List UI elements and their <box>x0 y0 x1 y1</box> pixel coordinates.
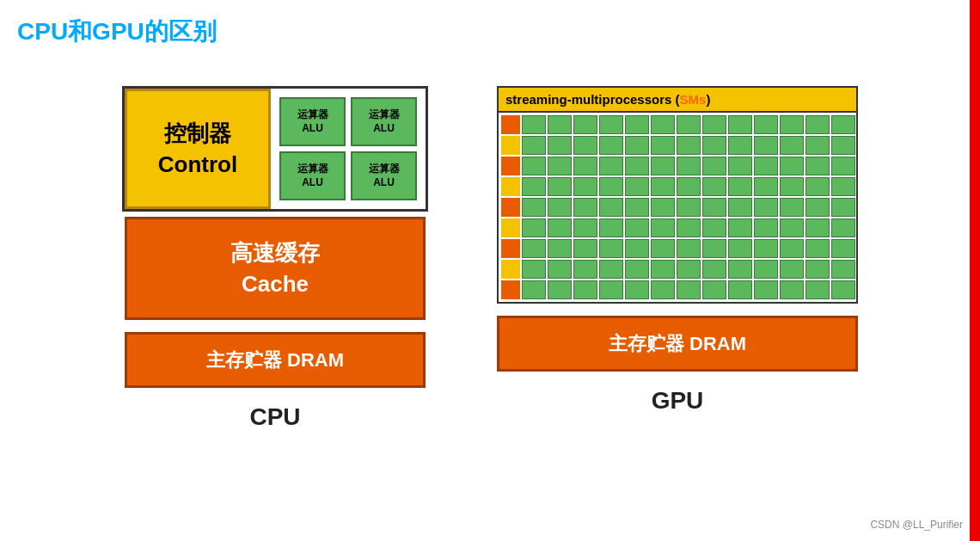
gpu-cell <box>780 136 804 155</box>
gpu-row <box>501 198 854 217</box>
cpu-control-en: Control <box>158 149 237 180</box>
alu-cn: 运算器 <box>369 163 400 176</box>
gpu-cell <box>651 239 675 258</box>
gpu-cell <box>728 239 752 258</box>
gpu-row <box>501 115 854 134</box>
gpu-label: GPU <box>652 387 704 415</box>
cpu-control-block: 控制器 Control <box>125 89 271 209</box>
gpu-cell <box>599 280 623 299</box>
gpu-cell <box>728 157 752 175</box>
gpu-cell <box>677 136 701 155</box>
gpu-cell <box>651 115 675 134</box>
gpu-cell <box>754 198 778 217</box>
alu-cn: 运算器 <box>297 163 328 176</box>
gpu-cell <box>625 136 649 155</box>
alu-box: 运算器ALU <box>279 97 346 146</box>
gpu-row-indicator <box>501 280 520 299</box>
gpu-cell <box>625 260 649 279</box>
gpu-cell <box>780 198 804 217</box>
gpu-cell <box>522 177 546 196</box>
gpu-cell <box>702 198 726 217</box>
gpu-cell <box>780 260 804 279</box>
gpu-cells <box>522 157 855 175</box>
gpu-cell <box>780 218 804 237</box>
gpu-cell <box>625 157 649 175</box>
cpu-alus-grid: 运算器ALU运算器ALU运算器ALU运算器ALU <box>271 89 426 209</box>
gpu-cells <box>522 260 855 279</box>
gpu-cell <box>548 136 572 155</box>
gpu-cell <box>651 280 675 299</box>
gpu-row-indicator <box>501 157 520 175</box>
gpu-cell <box>573 157 597 175</box>
gpu-cells <box>522 136 855 155</box>
gpu-cell <box>831 157 855 175</box>
cpu-dram-label: 主存贮器 DRAM <box>206 347 344 373</box>
gpu-cell <box>599 177 623 196</box>
gpu-cell <box>599 239 623 258</box>
gpu-cells <box>522 218 855 237</box>
gpu-cell <box>728 136 752 155</box>
gpu-cell <box>831 218 855 237</box>
gpu-row <box>501 218 854 237</box>
gpu-cell <box>548 280 572 299</box>
cpu-cache-cn: 高速缓存 <box>230 237 320 268</box>
watermark: CSDN @LL_Purifier <box>870 519 963 531</box>
cpu-dram-block: 主存贮器 DRAM <box>125 332 426 388</box>
gpu-cell <box>573 218 597 237</box>
gpu-cell <box>831 177 855 196</box>
gpu-row-indicator <box>501 260 520 279</box>
gpu-cell <box>677 177 701 196</box>
cpu-top-section: 控制器 Control 运算器ALU运算器ALU运算器ALU运算器ALU <box>122 86 428 212</box>
gpu-cell <box>780 115 804 134</box>
cpu-cache-en: Cache <box>242 268 309 299</box>
gpu-cell <box>625 177 649 196</box>
gpu-cell <box>702 157 726 175</box>
gpu-cell <box>805 218 830 237</box>
gpu-cell <box>599 157 623 175</box>
gpu-sm-header: streaming-multiprocessors (SMs) <box>499 88 856 113</box>
gpu-cell <box>831 115 855 134</box>
gpu-cell <box>573 198 597 217</box>
gpu-cell <box>548 115 572 134</box>
gpu-cell <box>548 198 572 217</box>
alu-en: ALU <box>373 122 395 136</box>
gpu-cell <box>677 157 701 175</box>
gpu-row <box>501 177 854 196</box>
gpu-cell <box>831 239 855 258</box>
gpu-row-indicator <box>501 136 520 155</box>
gpu-cell <box>599 198 623 217</box>
gpu-cell <box>754 239 778 258</box>
gpu-cell <box>728 218 752 237</box>
gpu-sm-header-text: streaming-multiprocessors ( <box>505 92 680 107</box>
main-content: 控制器 Control 运算器ALU运算器ALU运算器ALU运算器ALU 高速缓… <box>0 69 980 541</box>
cpu-diagram: 控制器 Control 运算器ALU运算器ALU运算器ALU运算器ALU 高速缓… <box>122 86 428 431</box>
gpu-cell <box>651 218 675 237</box>
gpu-cell <box>625 115 649 134</box>
gpu-cell <box>754 136 778 155</box>
alu-en: ALU <box>302 122 323 136</box>
gpu-cell <box>548 260 572 279</box>
gpu-cell <box>728 198 752 217</box>
gpu-cell <box>805 136 830 155</box>
gpu-cell <box>599 218 623 237</box>
gpu-cell <box>805 157 830 175</box>
gpu-cell <box>522 239 546 258</box>
gpu-cell <box>805 177 830 196</box>
gpu-row-indicator <box>501 198 520 217</box>
gpu-cell <box>831 260 855 279</box>
gpu-cell <box>573 136 597 155</box>
gpu-cell <box>728 177 752 196</box>
gpu-cell <box>754 177 778 196</box>
gpu-cell <box>702 239 726 258</box>
gpu-cell <box>548 177 572 196</box>
gpu-cell <box>728 280 752 299</box>
alu-en: ALU <box>302 176 323 190</box>
gpu-cell <box>780 157 804 175</box>
page-title: CPU和GPU的区别 <box>17 15 217 48</box>
gpu-dram-label: 主存贮器 DRAM <box>609 331 746 357</box>
cpu-control-cn: 控制器 <box>164 118 231 149</box>
gpu-cell <box>573 239 597 258</box>
gpu-row-indicator <box>501 115 520 134</box>
gpu-cell <box>651 198 675 217</box>
gpu-cell <box>573 115 597 134</box>
